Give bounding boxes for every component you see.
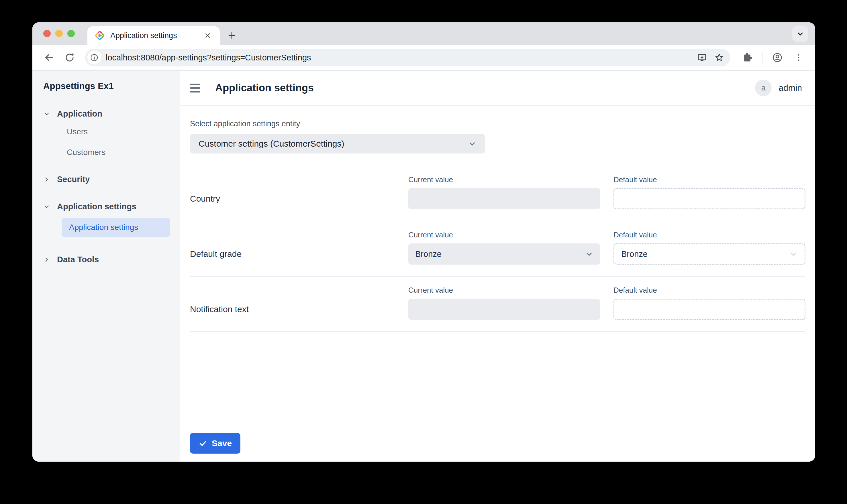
- tab-close-icon[interactable]: [202, 30, 213, 41]
- chevron-down-icon: [789, 250, 798, 258]
- browser-menu-kebab-icon[interactable]: [789, 48, 808, 67]
- tab-title: Application settings: [110, 31, 202, 40]
- browser-profile-icon[interactable]: [768, 48, 787, 67]
- entity-select-value: Customer settings (CustomerSettings): [198, 139, 468, 149]
- extensions-puzzle-icon[interactable]: [738, 48, 756, 67]
- reload-icon[interactable]: [60, 48, 79, 67]
- sidebar: Appsettings Ex1 Application Users Custom…: [32, 71, 180, 462]
- zoom-window-button[interactable]: [67, 30, 75, 37]
- setting-label: Country: [190, 194, 395, 204]
- default-value-header: Default value: [614, 231, 806, 239]
- back-icon[interactable]: [40, 48, 58, 67]
- entity-select[interactable]: Customer settings (CustomerSettings): [190, 134, 485, 154]
- user-menu[interactable]: a admin: [755, 79, 802, 96]
- bookmark-star-icon[interactable]: [714, 53, 724, 62]
- setting-label: Default grade: [190, 249, 395, 259]
- favicon-radzen-icon: [94, 30, 105, 41]
- default-grade-current-select[interactable]: Bronze: [408, 244, 600, 265]
- setting-label: Notification text: [190, 304, 395, 314]
- chevron-down-icon: [43, 203, 50, 210]
- tab-strip-chevron-down-icon[interactable]: [792, 26, 808, 42]
- sidebar-group-security[interactable]: Security: [43, 175, 173, 184]
- install-app-icon[interactable]: [697, 53, 707, 62]
- chevron-down-icon: [43, 110, 50, 118]
- sidebar-item-customers[interactable]: Customers: [67, 148, 173, 157]
- settings-content: Select application settings entity Custo…: [180, 106, 815, 462]
- window-controls: [43, 22, 75, 45]
- default-grade-default-select: Bronze: [614, 244, 806, 265]
- current-value-header: Current value: [408, 175, 600, 184]
- new-tab-button[interactable]: [225, 29, 239, 42]
- chevron-down-icon: [585, 250, 594, 258]
- username: admin: [778, 83, 802, 93]
- browser-toolbar: localhost:8080/app-settings?settings=Cus…: [32, 45, 815, 71]
- country-current-input[interactable]: [408, 188, 600, 209]
- minimize-window-button[interactable]: [55, 30, 63, 37]
- sidebar-group-application-settings[interactable]: Application settings: [43, 202, 173, 211]
- sidebar-item-users[interactable]: Users: [67, 127, 173, 136]
- save-button[interactable]: Save: [190, 433, 241, 454]
- page-header: Application settings a admin: [180, 71, 815, 106]
- sidebar-group-application[interactable]: Application: [43, 109, 173, 119]
- entity-select-label: Select application settings entity: [190, 120, 806, 128]
- site-info-icon[interactable]: [87, 51, 101, 65]
- default-value-header: Default value: [614, 286, 806, 295]
- sidebar-group-data-tools[interactable]: Data Tools: [43, 255, 173, 264]
- current-value-header: Current value: [408, 231, 600, 239]
- app-title: Appsettings Ex1: [43, 81, 173, 91]
- chevron-right-icon: [43, 256, 50, 263]
- notification-text-current-input[interactable]: [408, 299, 600, 320]
- country-default-input[interactable]: [614, 188, 806, 209]
- default-value-header: Default value: [614, 175, 806, 184]
- tab-strip: Application settings: [32, 22, 815, 45]
- close-window-button[interactable]: [43, 30, 51, 37]
- check-icon: [198, 439, 207, 448]
- url-text: localhost:8080/app-settings?settings=Cus…: [106, 53, 697, 62]
- chevron-right-icon: [43, 176, 50, 183]
- current-value-header: Current value: [408, 286, 600, 295]
- setting-row-notification-text: Notification text Current value Default …: [190, 277, 806, 332]
- chevron-down-icon: [468, 140, 477, 148]
- browser-window: Application settings: [32, 22, 815, 462]
- page-title: Application settings: [215, 82, 755, 94]
- browser-tab[interactable]: Application settings: [87, 26, 220, 45]
- toolbar-separator: [762, 52, 762, 63]
- notification-text-default-input[interactable]: [614, 299, 806, 320]
- address-bar[interactable]: localhost:8080/app-settings?settings=Cus…: [85, 49, 730, 67]
- avatar: a: [755, 79, 772, 96]
- sidebar-item-application-settings-selected[interactable]: Application settings: [61, 218, 170, 237]
- setting-row-default-grade: Default grade Current value Default valu…: [190, 221, 806, 277]
- setting-row-country: Country Current value Default value: [190, 166, 806, 221]
- hamburger-menu-icon[interactable]: [190, 80, 206, 96]
